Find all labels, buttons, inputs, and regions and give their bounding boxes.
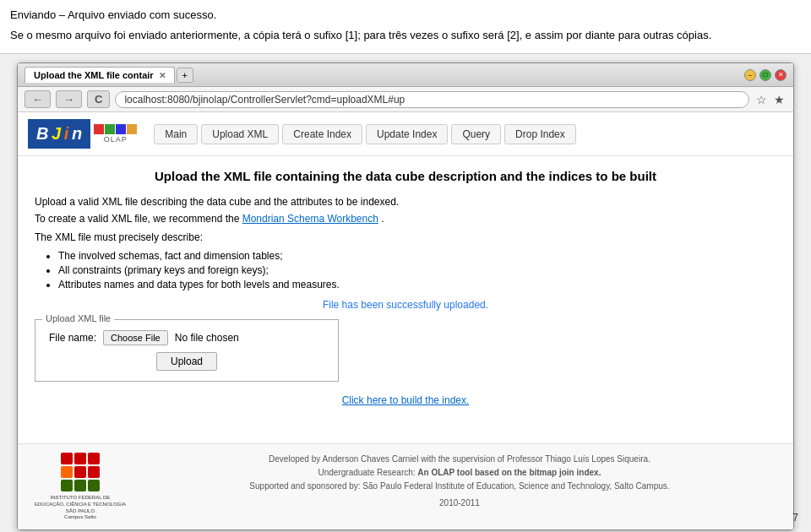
logo-container: B J i n OLAP [28,119,137,149]
logo-n: n [72,124,82,143]
bullet-list: The involved schemas, fact and dimension… [35,250,776,290]
nav-menu: Main Upload XML Create Index Update Inde… [154,124,576,144]
page-content: B J i n OLAP Main [18,112,793,529]
upload-button[interactable]: Upload [156,352,217,371]
sq1 [61,453,73,464]
intro-text-1: Upload a valid XML file describing the d… [35,196,776,208]
refresh-button[interactable]: C [87,90,110,108]
browser-navbar: ← → C ☆ ★ [18,87,793,112]
window-controls: – □ ✕ [744,69,787,81]
upload-btn-row: Upload [49,352,324,371]
bullet-item-2: All constraints (primary keys and foreig… [58,264,776,276]
footer-credits: Developed by Anderson Chaves Carniel wit… [143,453,776,510]
browser-window: Upload the XML file contair ✕ + – □ ✕ ← … [17,62,794,530]
page-title: Upload the XML file containing the data … [35,169,776,183]
upload-box-title: Upload XML file [42,313,114,323]
bjin-logo: B J i n [28,119,90,149]
new-tab-button[interactable]: + [177,68,193,83]
sq2 [74,453,86,464]
footer-year: 2010-2011 [143,497,776,510]
olap-sq-a [116,124,126,134]
olap-text: OLAP [94,135,137,144]
sq3 [88,453,100,464]
ifsp-text: INSTITUTO FEDERAL DEEDUCAÇÃO, CIÊNCIA E … [35,495,126,521]
app-footer: INSTITUTO FEDERAL DEEDUCAÇÃO, CIÊNCIA E … [18,443,793,529]
nav-main[interactable]: Main [154,124,198,144]
sq8 [74,480,86,491]
sq9 [88,480,100,491]
bookmark-icon[interactable]: ☆ [754,91,769,108]
ifsp-logo: INSTITUTO FEDERAL DEEDUCAÇÃO, CIÊNCIA E … [35,453,126,521]
logo-j: J [52,124,61,143]
main-content: Upload the XML file containing the data … [18,156,793,443]
no-file-text: No file chosen [175,332,239,344]
star-icon[interactable]: ★ [772,91,787,108]
nav-create-index[interactable]: Create Index [282,124,362,144]
choose-file-button[interactable]: Choose File [103,330,168,345]
nav-drop-index[interactable]: Drop Index [504,124,576,144]
olap-logo: OLAP [94,124,137,144]
olap-sq-l [105,124,115,134]
footer-credit3: Supported and sponsored by: São Paulo Fe… [143,480,776,493]
olap-squares-row1 [94,124,137,134]
footer-credit2-pre: Undergraduate Research: [318,468,418,477]
top-text-area: Enviando – Arquivo enviado com sucesso. … [0,0,811,54]
logo-i: i [64,124,69,143]
sq4 [61,466,73,478]
top-line1: Enviando – Arquivo enviado com sucesso. [10,7,801,24]
footer-credit2: Undergraduate Research: An OLAP tool bas… [143,466,776,480]
minimize-button[interactable]: – [744,69,756,81]
intro2-pre: To create a valid XML file, we recommend… [35,213,242,225]
page-number: 7 [792,512,798,524]
mondrian-link[interactable]: Mondrian Schema Workbench [242,213,378,225]
close-button[interactable]: ✕ [775,69,787,81]
olap-sq-o [94,124,104,134]
active-tab[interactable]: Upload the XML file contair ✕ [24,67,175,83]
bullet-item-1: The involved schemas, fact and dimension… [58,250,776,262]
intro2-post: . [381,213,384,225]
sq5 [74,466,86,478]
footer-credit1: Developed by Anderson Chaves Carniel wit… [143,453,776,466]
olap-sq-p [127,124,137,134]
tab-close-icon[interactable]: ✕ [159,71,166,80]
nav-update-index[interactable]: Update Index [366,124,448,144]
bullet-item-3: Attributes names and data types for both… [58,279,776,290]
top-line2: Se o mesmo arquivo foi enviado anteriorm… [10,27,801,44]
intro-text-2: To create a valid XML file, we recommend… [35,213,776,225]
ifsp-grid [61,453,100,491]
footer-credit2-bold: An OLAP tool based on the bitmap join in… [417,468,601,477]
section-title: The XML file must precisely describe: [35,231,776,243]
back-button[interactable]: ← [24,90,51,108]
file-label: File name: [49,332,96,344]
tab-label: Upload the XML file contair [34,70,154,80]
logo-b: B [36,124,48,143]
forward-button[interactable]: → [56,90,82,108]
nav-upload-xml[interactable]: Upload XML [201,124,279,144]
maximize-button[interactable]: □ [759,69,771,81]
sq7 [61,480,73,491]
success-message: File has been successfully uploaded. [35,299,776,311]
upload-xml-box: Upload XML file File name: Choose File N… [35,319,339,382]
file-row: File name: Choose File No file chosen [49,330,324,345]
browser-titlebar: Upload the XML file contair ✕ + – □ ✕ [18,63,793,87]
app-header: B J i n OLAP Main [18,112,793,156]
url-bar[interactable] [115,91,749,108]
nav-icons: ☆ ★ [754,91,787,108]
build-index-link[interactable]: Click here to build the index. [35,394,776,406]
nav-query[interactable]: Query [451,124,501,144]
sq6 [88,466,100,478]
browser-tabs: Upload the XML file contair ✕ + [24,67,193,83]
